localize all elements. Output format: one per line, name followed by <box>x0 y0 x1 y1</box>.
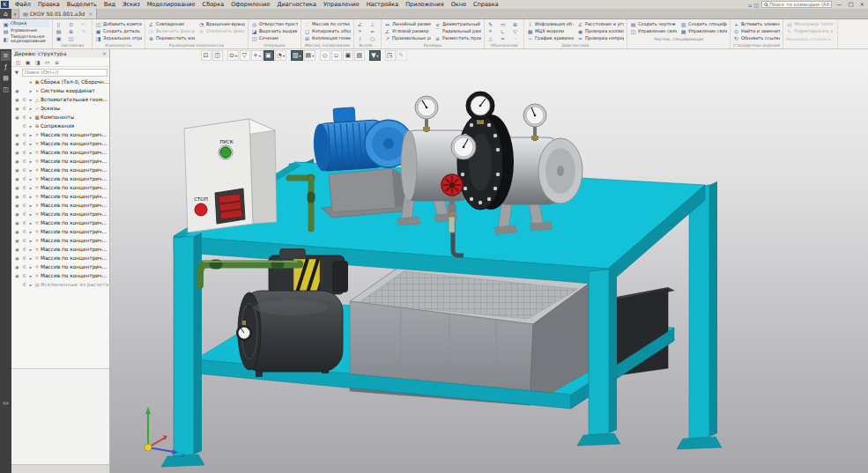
command-search-input[interactable] <box>769 2 831 7</box>
tree-toolbar-button[interactable]: ▣ <box>24 58 32 66</box>
visibility-eye-icon[interactable]: ◉ <box>13 176 21 181</box>
ribbon-button[interactable]: ⌖ <box>487 27 496 34</box>
ribbon-button[interactable]: ◫ Сечение <box>251 34 298 41</box>
viewport-tool-button[interactable]: ▣ <box>263 50 274 61</box>
visibility-eye-icon[interactable]: ◉ <box>13 238 21 243</box>
tree-toolbar-button[interactable]: ▭ <box>43 58 51 66</box>
ribbon-button[interactable]: ⊕ <box>68 27 77 34</box>
viewport-tool-button[interactable]: ▫ <box>331 50 342 61</box>
maximize-button[interactable]: ▢ <box>846 1 855 8</box>
ribbon-button[interactable]: ▤ <box>56 27 64 34</box>
tree-row[interactable]: ◉ Є ▸ ☼ Массив по концентрической сетке <box>11 174 109 183</box>
minimize-button[interactable]: — <box>835 1 844 8</box>
ribbon-button[interactable]: ⊙ <box>68 20 77 27</box>
ribbon-button[interactable]: ⊥ <box>369 20 378 27</box>
ribbon-button[interactable]: ↶ <box>80 20 89 27</box>
panel-switcher-icon[interactable]: ≡ <box>1 51 11 61</box>
ribbon-button[interactable]: ▣ Сборка <box>3 20 49 27</box>
ribbon-button[interactable]: ⊙ Включить фиксацию <box>148 27 195 34</box>
ribbon-button[interactable]: ≡ Разместить произвольны... <box>434 34 481 41</box>
ribbon-button[interactable]: ✎ Редактировать в Менедж... <box>786 27 833 34</box>
viewport-tool-button[interactable]: +▾ <box>251 50 263 61</box>
ribbon-button[interactable]: ≈ <box>500 34 508 41</box>
ribbon-button[interactable]: ∠ Расстояние и угол <box>577 20 624 27</box>
visibility-eye-icon[interactable]: ◉ <box>13 211 21 217</box>
tree-row[interactable]: ◉ Є ▸ ☼ Массив по концентрической сетке <box>11 227 109 236</box>
ribbon-button[interactable]: ∠ Совпадение <box>148 20 195 27</box>
viewport-tool-button[interactable]: ▨ <box>354 50 365 61</box>
viewport-tool-button[interactable]: ◔▾ <box>275 50 286 61</box>
menu-item[interactable]: Вид <box>100 1 119 8</box>
viewport-tool-button[interactable]: ⊡ <box>201 50 211 61</box>
viewport-tool-button[interactable]: ▼▾ <box>369 50 380 61</box>
ribbon-button[interactable]: ↷ <box>80 27 89 34</box>
ribbon-button[interactable]: ∠ Угловой размер <box>384 27 431 34</box>
gauge-center-black[interactable] <box>466 92 494 120</box>
tree-search-field[interactable] <box>22 69 108 77</box>
visibility-eye-icon[interactable]: ◉ <box>13 203 21 208</box>
gauge-right[interactable] <box>523 104 546 127</box>
viewport-tool-button[interactable]: ▽ <box>240 50 250 61</box>
start-button[interactable] <box>220 147 231 158</box>
panel-switcher-bottom-icon[interactable]: ▭ <box>1 398 11 408</box>
ribbon-button[interactable]: ▭ <box>500 20 508 27</box>
visibility-eye-icon[interactable]: ◉ <box>13 141 21 146</box>
ribbon-button[interactable]: ▽ <box>512 27 521 34</box>
menu-item[interactable]: Выделить <box>63 1 100 8</box>
gauge-left[interactable] <box>415 96 438 119</box>
visibility-eye-icon[interactable]: ◉ <box>13 229 21 234</box>
tree-row[interactable]: ◉ Є ▸ ☼ Массив по концентрической сетке <box>11 139 109 148</box>
visibility-eye-icon[interactable]: ◉ <box>13 220 21 225</box>
ribbon-button[interactable]: ⊕ <box>512 20 521 27</box>
tree-row[interactable]: ◉ Є ▸ ☼ Массив по концентрической сетке <box>11 148 109 157</box>
menu-item[interactable]: Диагностика <box>273 1 319 8</box>
ribbon-button[interactable]: ▤ Менеджер типовых элем... <box>786 20 833 27</box>
ribbon-button[interactable]: ◨ Зеркальное отражение ко... <box>95 34 142 41</box>
tree-row[interactable]: ◉ Є ▸ ▦ Компоненты <box>11 113 109 122</box>
tree-row[interactable]: ◉ Є ▸ ▱ Эскизы <box>11 104 109 113</box>
tree-row[interactable]: ◉ Є ▸ ☼ Массив по концентрической сетке <box>11 236 109 245</box>
viewport-tool-button[interactable]: ▣ <box>343 50 353 61</box>
tree-toolbar-button[interactable]: ≡ <box>53 58 61 66</box>
viewport-tool-button[interactable]: ▥▾ <box>291 50 303 61</box>
viewport-tool-button[interactable]: ▤▾ <box>304 50 316 61</box>
menu-item[interactable]: Моделирование <box>144 1 199 8</box>
tree-row[interactable]: ◉ Є ▸ ☼ Массив по концентрической сетке <box>11 130 109 139</box>
ribbon-button[interactable]: ⌖ <box>357 27 366 34</box>
ribbon-button[interactable]: ⊞ Коллекция геометрии <box>304 34 351 41</box>
menu-item[interactable]: Настройка <box>363 1 402 8</box>
visibility-eye-icon[interactable]: ◉ <box>13 150 21 155</box>
3d-scene[interactable]: ПУСК СТОП <box>110 49 868 473</box>
ribbon-button[interactable]: ▥ Создать спецификаци... <box>680 20 727 27</box>
ribbon-button[interactable]: ↗ Произвольные размеры <box>384 34 431 41</box>
ribbon-button[interactable]: ∠ <box>357 20 366 27</box>
tree-row[interactable]: ◉ Є ▸ △ Вспомогательная геометрия <box>11 95 109 104</box>
tab-close-icon[interactable]: × <box>86 11 93 17</box>
ribbon-button[interactable]: ⌀ Диаметральный размер <box>434 20 481 27</box>
menu-item[interactable]: Эскиз <box>119 1 144 8</box>
ribbon-button[interactable]: ↻ Обновить ссылки на мод... <box>733 34 780 41</box>
ribbon-button[interactable]: ≈ <box>369 27 378 34</box>
tree-row[interactable]: ▾ ▣ Сборка (Тел-0, Сборочных едини... <box>11 78 109 86</box>
viewport-tool-button[interactable]: ⊙▾ <box>227 50 239 61</box>
menu-item[interactable]: Окно <box>448 1 470 8</box>
ribbon-button[interactable]: ◧ Твердотельное моделирование <box>3 34 49 43</box>
visibility-eye-icon[interactable]: ◉ <box>13 97 21 102</box>
visibility-eye-icon[interactable]: ◉ <box>13 115 21 120</box>
ribbon-button[interactable]: ↔ Линейный размер <box>384 20 431 27</box>
command-search[interactable] <box>761 1 832 8</box>
ribbon-button[interactable]: ▦ МЦХ модели <box>527 27 574 34</box>
visibility-eye-icon[interactable]: ◉ <box>13 273 21 278</box>
tree-row[interactable]: ◉ Є ▸ ☼ Массив по концентрической сетке <box>11 183 109 192</box>
ribbon-button[interactable]: i Информация об объекте <box>527 20 574 27</box>
tree-row[interactable]: ◉ Є ▸ ☼ Массив по концентрической сетке <box>11 218 109 227</box>
tree-toolbar-button[interactable]: ◫ <box>14 58 22 66</box>
tab-dropdown-icon[interactable]: ▾ <box>11 9 19 18</box>
ribbon-button[interactable]: ◻ Копировать объекты <box>304 27 351 34</box>
tree-row[interactable]: ◉ Є ▸ ☼ Массив по концентрической сетке <box>11 166 109 174</box>
panel-switcher-icon[interactable]: ◫ <box>1 85 11 95</box>
ribbon-button[interactable]: ∷ Массив по сетке <box>304 20 351 27</box>
tree-panel-close-icon[interactable]: × <box>102 50 107 56</box>
ribbon-button[interactable]: △ <box>487 34 496 41</box>
control-cabinet[interactable]: ПУСК СТОП <box>184 119 277 233</box>
